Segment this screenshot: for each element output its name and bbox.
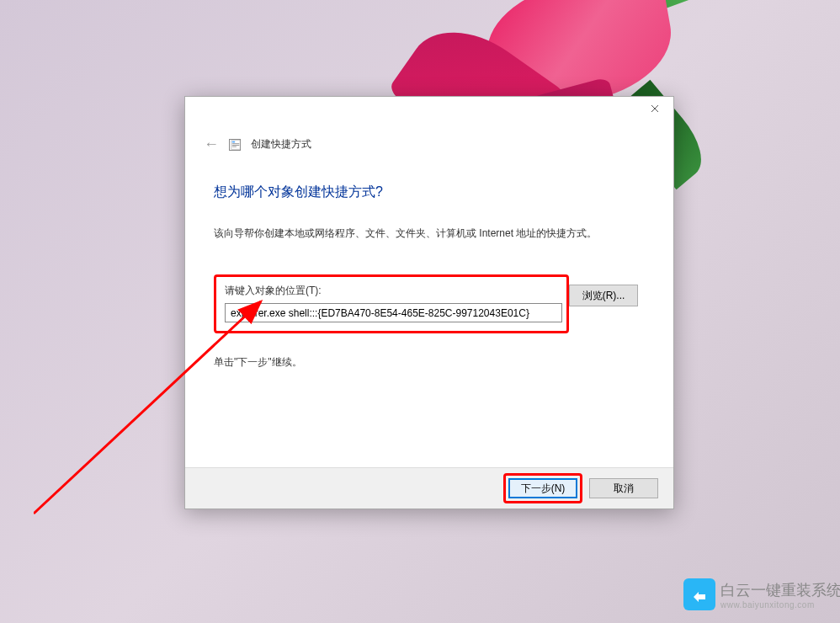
svg-rect-2 — [232, 143, 240, 144]
watermark-url: www.baiyunxitong.com — [720, 600, 840, 610]
shortcut-wizard-icon — [229, 139, 241, 151]
titlebar — [185, 97, 673, 122]
wizard-description: 该向导帮你创建本地或网络程序、文件、文件夹、计算机或 Internet 地址的快… — [214, 226, 643, 241]
watermark-logo-icon — [683, 578, 715, 610]
dialog-footer: 下一步(N) 取消 — [185, 467, 673, 509]
close-button[interactable] — [635, 97, 673, 120]
location-input[interactable] — [225, 303, 562, 322]
wizard-heading: 想为哪个对象创建快捷方式? — [214, 184, 643, 201]
location-label: 请键入对象的位置(T): — [225, 284, 558, 298]
browse-button[interactable]: 浏览(R)... — [569, 285, 638, 306]
svg-rect-4 — [232, 146, 237, 146]
cancel-button[interactable]: 取消 — [589, 478, 658, 498]
wizard-title: 创建快捷方式 — [251, 137, 311, 152]
svg-rect-1 — [232, 141, 235, 142]
back-arrow-icon[interactable]: ← — [204, 136, 219, 153]
dialog-header: ← 创建快捷方式 — [185, 136, 673, 153]
watermark: 白云一键重装系统 www.baiyunxitong.com — [683, 578, 840, 610]
next-button-highlight: 下一步(N) — [503, 473, 582, 503]
location-section-highlight: 请键入对象的位置(T): — [214, 274, 569, 333]
continue-instruction: 单击"下一步"继续。 — [214, 355, 643, 370]
next-button[interactable]: 下一步(N) — [508, 478, 577, 498]
watermark-brand: 白云一键重装系统 — [720, 580, 840, 600]
svg-rect-3 — [232, 145, 240, 146]
